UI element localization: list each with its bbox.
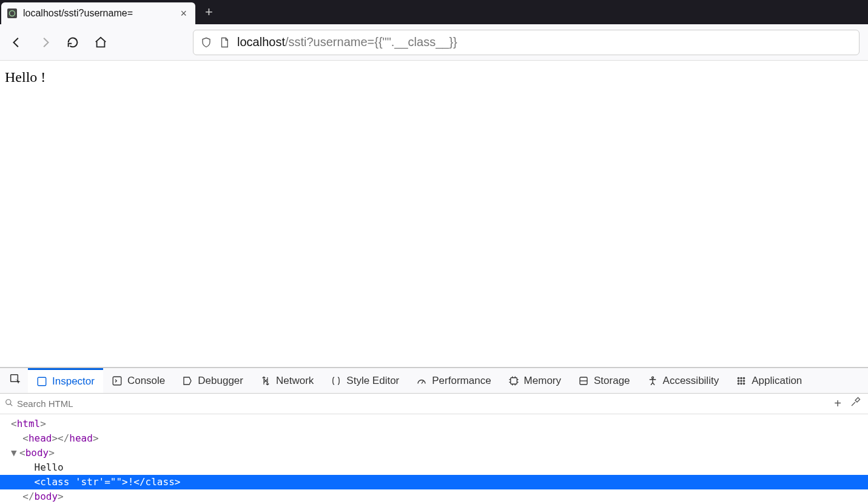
devtools-search-bar: + [0,394,868,414]
svg-rect-4 [510,377,517,384]
svg-point-10 [738,380,739,381]
browser-tab[interactable]: localhost/ssti?username= × [1,2,195,24]
shield-icon [201,37,212,48]
svg-point-16 [6,399,11,404]
element-picker-icon[interactable] [4,374,28,388]
tab-performance[interactable]: Performance [408,368,499,393]
add-node-button[interactable]: + [834,397,841,411]
search-html-input[interactable] [17,398,827,409]
reload-button[interactable] [64,34,81,51]
tab-inspector-label: Inspector [52,375,95,388]
tree-line[interactable]: Hello [0,460,868,475]
tab-accessibility[interactable]: Accessibility [639,368,728,393]
tab-application[interactable]: Application [727,368,810,393]
tab-network[interactable]: Network [252,368,322,393]
tab-storage[interactable]: Storage [570,368,639,393]
svg-point-9 [744,377,745,378]
svg-point-7 [738,377,739,378]
eyedropper-icon[interactable] [850,397,861,411]
page-body-text: Hello ! [5,69,45,85]
svg-point-0 [10,11,15,16]
expand-toggle-icon[interactable]: ▼ [11,446,19,460]
tab-debugger[interactable]: Debugger [173,368,252,393]
tab-application-label: Application [752,375,802,387]
tree-line[interactable]: <html> [0,417,868,431]
tab-inspector[interactable]: Inspector [28,368,103,393]
tree-line[interactable]: </body> [0,489,868,504]
tab-console-label: Console [127,375,165,387]
svg-point-11 [741,380,742,381]
tab-network-label: Network [276,375,314,387]
forward-button[interactable] [36,34,53,51]
svg-point-14 [741,383,742,384]
svg-point-8 [741,377,742,378]
devtools-tabbar: Inspector Console Debugger Network Style… [0,368,868,394]
tab-close-icon[interactable]: × [177,7,190,20]
tree-line-selected[interactable]: <class 'str'="">!</class> [0,475,868,489]
url-path: /ssti?username={{"".__class__}} [285,35,457,49]
page-content: Hello ! [0,61,868,367]
back-button[interactable] [8,34,25,51]
tab-memory[interactable]: Memory [500,368,570,393]
tab-debugger-label: Debugger [198,375,243,387]
tab-style-editor[interactable]: Style Editor [322,368,408,393]
svg-point-15 [744,383,745,384]
tab-favicon [7,8,17,18]
tab-accessibility-label: Accessibility [663,375,719,387]
svg-rect-1 [11,374,18,381]
tree-line[interactable]: ▼ <body> [0,446,868,460]
svg-point-12 [744,380,745,381]
devtools-panel: Inspector Console Debugger Network Style… [0,367,868,504]
svg-rect-2 [38,377,46,386]
tree-line[interactable]: <head></head> [0,431,868,446]
tab-style-label: Style Editor [346,375,399,387]
svg-point-6 [651,377,653,378]
html-tree[interactable]: <html> <head></head> ▼ <body> Hello <cla… [0,414,868,504]
new-tab-button[interactable]: + [195,4,223,20]
url-bar[interactable]: localhost/ssti?username={{"".__class__}} [193,30,860,55]
tab-storage-label: Storage [594,375,630,387]
tab-memory-label: Memory [524,375,561,387]
svg-point-13 [738,383,739,384]
tab-bar: localhost/ssti?username= × + [0,0,868,24]
search-icon [0,398,17,409]
home-button[interactable] [92,34,109,51]
url-host: localhost [237,35,285,49]
tab-console[interactable]: Console [103,368,173,393]
page-icon [219,37,230,48]
url-text: localhost/ssti?username={{"".__class__}} [237,35,457,49]
tab-performance-label: Performance [432,375,491,387]
tab-title: localhost/ssti?username= [23,8,177,19]
nav-toolbar: localhost/ssti?username={{"".__class__}} [0,24,868,61]
